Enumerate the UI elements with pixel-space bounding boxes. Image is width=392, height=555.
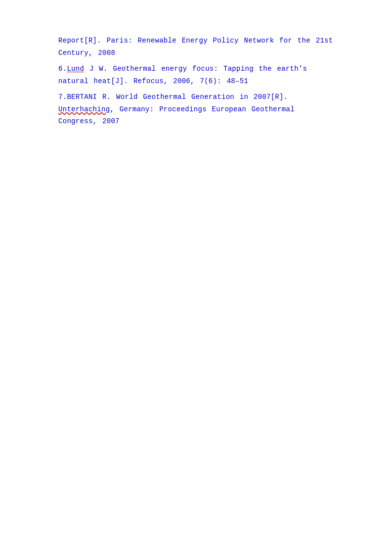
ref-6-line1: 6.Lund J W. Geothermal energy focus: Tap… xyxy=(58,63,334,75)
references-block: Report[R]. Paris: Renewable Energy Polic… xyxy=(58,35,334,128)
ref-continuation-line1: Report[R]. Paris: Renewable Energy Polic… xyxy=(58,35,334,47)
ref-7-line2: Unterhaching, Germany: Proceedings Europ… xyxy=(58,103,334,116)
ref-6-author-rest: J W. Geothermal energy focus: Tapping th… xyxy=(84,65,307,73)
ref-7-line2-rest: , Germany: Proceedings European Geotherm… xyxy=(110,105,294,113)
ref-6-number: 6. xyxy=(58,65,67,73)
ref-7-line3: Congress, 2007 xyxy=(58,115,334,128)
ref-6-author-underlined: Lund xyxy=(67,65,84,73)
ref-6-line2: natural heat[J]. Refocus, 2006, 7(6): 48… xyxy=(58,75,334,88)
page: Report[R]. Paris: Renewable Energy Polic… xyxy=(0,0,392,555)
ref-continuation-line2: Century, 2008 xyxy=(58,47,334,59)
ref-7-unterhaching: Unterhaching xyxy=(58,105,110,113)
ref-7-line1: 7.BERTANI R. World Geothermal Generation… xyxy=(58,91,334,103)
ref-continuation: Report[R]. Paris: Renewable Energy Polic… xyxy=(58,35,334,59)
ref-7-number-author: 7.BERTANI R. World Geothermal Generation… xyxy=(58,93,288,101)
ref-7: 7.BERTANI R. World Geothermal Generation… xyxy=(58,91,334,128)
ref-6: 6.Lund J W. Geothermal energy focus: Tap… xyxy=(58,63,334,87)
